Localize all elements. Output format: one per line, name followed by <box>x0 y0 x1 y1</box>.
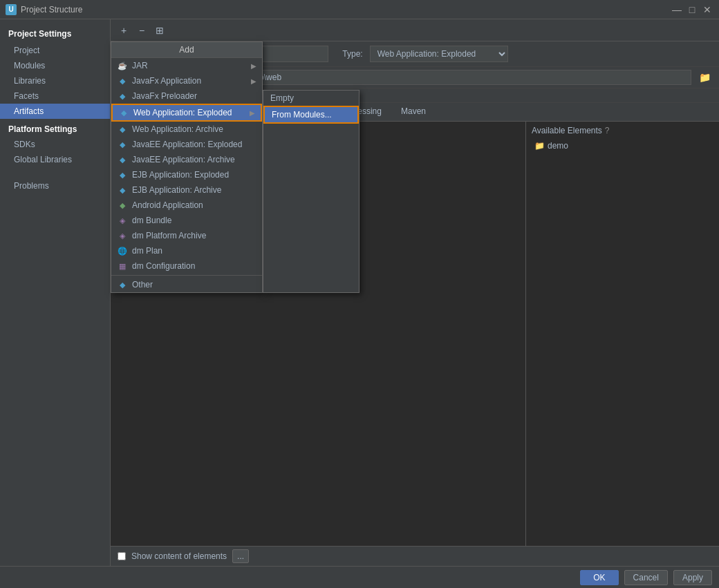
web-exploded-arrow: ▶ <box>250 109 255 117</box>
buttons-bar: OK Cancel Apply <box>0 566 719 588</box>
menu-item-web-archive[interactable]: ◆ Web Application: Archive <box>111 122 262 137</box>
platform-settings-label: Platform Settings <box>0 119 110 137</box>
sidebar-item-artifacts[interactable]: Artifacts <box>0 104 110 119</box>
menu-item-ejb-exploded[interactable]: ◆ EJB Application: Exploded <box>111 167 262 182</box>
web-exploded-submenu: Empty From Modules... <box>263 90 360 293</box>
dm-plan-icon: 🌐 <box>117 245 128 256</box>
menu-item-javafx-app[interactable]: ◆ JavaFx Application ▶ <box>111 73 262 88</box>
close-button[interactable]: ✕ <box>701 3 713 16</box>
dm-config-icon: ▦ <box>117 260 128 272</box>
web-archive-icon: ◆ <box>117 124 128 135</box>
project-settings-label: Project Settings <box>0 25 110 43</box>
available-elements-title: Available Elements ? <box>532 126 713 135</box>
sidebar-item-sdks[interactable]: SDKs <box>0 137 110 152</box>
apply-button[interactable]: Apply <box>673 570 712 585</box>
available-item-demo[interactable]: 📁 demo <box>532 140 713 152</box>
menu-item-android-app[interactable]: ◆ Android Application <box>111 198 262 213</box>
javaee-archive-icon: ◆ <box>117 154 128 165</box>
sidebar-item-global-libraries[interactable]: Global Libraries <box>0 152 110 167</box>
dm-bundle-icon: ◈ <box>117 215 128 226</box>
window-title: Project Structure <box>21 5 82 15</box>
sidebar-item-facets[interactable]: Facets <box>0 88 110 104</box>
ejb-exploded-icon: ◆ <box>117 169 128 180</box>
sidebar: Project Settings Project Modules Librari… <box>0 19 111 566</box>
menu-item-javaee-archive[interactable]: ◆ JavaEE Application: Archive <box>111 152 262 167</box>
menu-item-web-exploded[interactable]: ◆ Web Application: Exploded ▶ <box>111 104 262 122</box>
window-controls: — □ ✕ <box>671 3 713 16</box>
help-icon[interactable]: ? <box>605 126 610 135</box>
available-elements-panel: Available Elements ? 📁 demo <box>525 122 719 546</box>
menu-item-dm-platform[interactable]: ◈ dm Platform Archive <box>111 228 262 243</box>
add-menu-header: Add <box>111 42 262 58</box>
javafx-arrow: ▶ <box>251 77 256 85</box>
menu-item-dm-plan[interactable]: 🌐 dm Plan <box>111 243 262 258</box>
web-exploded-icon: ◆ <box>118 107 129 118</box>
javafx-app-icon: ◆ <box>117 75 128 86</box>
cancel-button[interactable]: Cancel <box>624 570 668 585</box>
browse-folder-button[interactable]: 📁 <box>697 70 712 85</box>
sidebar-item-problems[interactable]: Problems <box>0 178 110 193</box>
menu-item-javaee-exploded[interactable]: ◆ JavaEE Application: Exploded <box>111 137 262 152</box>
submenu-from-modules[interactable]: From Modules... <box>263 106 359 124</box>
submenu-empty[interactable]: Empty <box>263 91 359 106</box>
sidebar-item-project[interactable]: Project <box>0 43 110 58</box>
ok-button[interactable]: OK <box>580 570 618 585</box>
add-dropdown: Add ☕ JAR ▶ ◆ JavaFx Application ▶ ◆ Jav… <box>111 41 360 293</box>
javaee-exploded-icon: ◆ <box>117 139 128 150</box>
menu-item-dm-config[interactable]: ▦ dm Configuration <box>111 258 262 274</box>
add-button[interactable]: + <box>116 23 131 38</box>
menu-item-other[interactable]: ◆ Other <box>111 277 262 292</box>
artifacts-toolbar: + − ⊞ <box>111 19 719 41</box>
bottom-row: Show content of elements ... <box>111 546 719 566</box>
sidebar-item-libraries[interactable]: Libraries <box>0 73 110 88</box>
folder-icon: 📁 <box>534 141 545 151</box>
menu-item-javafx-preloader[interactable]: ◆ JavaFx Preloader <box>111 88 262 104</box>
show-content-checkbox[interactable] <box>118 552 126 560</box>
maximize-button[interactable]: □ <box>686 3 698 16</box>
type-select[interactable]: Web Application: Exploded <box>370 46 508 62</box>
jar-arrow: ▶ <box>251 62 256 70</box>
minimize-button[interactable]: — <box>671 3 683 16</box>
ejb-archive-icon: ◆ <box>117 184 128 196</box>
sidebar-item-modules[interactable]: Modules <box>0 58 110 73</box>
remove-button[interactable]: − <box>134 23 149 38</box>
dots-button[interactable]: ... <box>232 549 249 563</box>
menu-item-ejb-archive[interactable]: ◆ EJB Application: Archive <box>111 182 262 198</box>
jar-icon: ☕ <box>117 60 128 71</box>
other-icon: ◆ <box>117 279 128 290</box>
show-content-label: Show content of elements <box>131 551 227 561</box>
menu-item-jar[interactable]: ☕ JAR ▶ <box>111 58 262 73</box>
main-layout: Project Settings Project Modules Librari… <box>0 19 719 566</box>
menu-separator <box>111 275 262 276</box>
add-menu: Add ☕ JAR ▶ ◆ JavaFx Application ▶ ◆ Jav… <box>111 41 263 293</box>
app-icon: U <box>6 4 17 15</box>
copy-button[interactable]: ⊞ <box>152 23 167 38</box>
menu-item-dm-bundle[interactable]: ◈ dm Bundle <box>111 213 262 228</box>
title-bar: U Project Structure — □ ✕ <box>0 0 719 19</box>
title-bar-left: U Project Structure <box>6 4 82 15</box>
dm-platform-icon: ◈ <box>117 230 128 241</box>
tab-maven[interactable]: Maven <box>391 103 436 121</box>
android-app-icon: ◆ <box>117 200 128 211</box>
javafx-preloader-icon: ◆ <box>117 91 128 102</box>
